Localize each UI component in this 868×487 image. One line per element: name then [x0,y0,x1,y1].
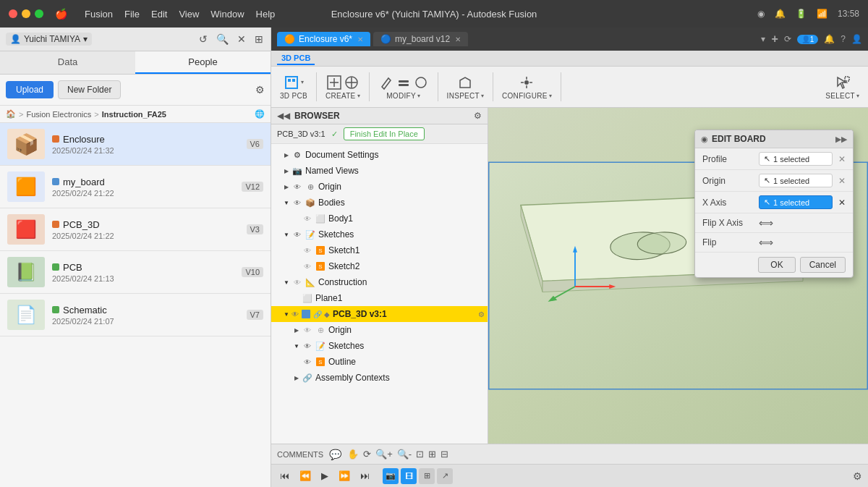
menu-window[interactable]: Window [210,9,244,20]
anim-icon-film[interactable]: 🎞 [401,468,417,484]
anim-next-button[interactable]: ⏩ [336,469,353,483]
maximize-button[interactable] [35,9,43,18]
comments-add-icon[interactable]: 💬 [329,449,341,460]
anim-settings-icon[interactable]: ⚙ [853,470,862,482]
eye-icon[interactable]: 👁 [302,213,313,224]
tab-close-icon[interactable]: ✕ [357,35,363,43]
3dpcb-dropdown-icon[interactable]: ▾ [301,79,304,85]
toolbar-tab-3dpcb[interactable]: 3D PCB [277,52,315,65]
anim-prev-button[interactable]: ⏪ [297,469,314,483]
menu-view[interactable]: View [179,9,199,20]
siri-icon[interactable]: ◉ [757,9,765,19]
tree-item-origin[interactable]: ▶ 👁 ⊕ Origin [271,179,488,195]
breadcrumb-parent[interactable]: Fusion Electronics [26,110,91,119]
grid-view-button[interactable]: ⊞ [253,32,265,46]
tree-item-sketches2[interactable]: ▼ 👁 📝 Sketches [271,338,488,354]
configure-dropdown-icon[interactable]: ▾ [549,93,552,99]
menu-fusion[interactable]: Fusion [85,9,113,20]
anim-icon-arrow[interactable]: ↗ [437,468,453,484]
ok-button[interactable]: OK [758,257,795,273]
cancel-button[interactable]: Cancel [800,257,846,273]
toolbar-3dpcb-button[interactable]: ▾ 3D PCB [276,72,312,103]
tree-item-outline[interactable]: 👁 S Outline [271,354,488,370]
anim-icon-grid[interactable]: ⊞ [419,468,435,484]
tree-item-document-settings[interactable]: ▶ ⚙ Document Settings [271,147,488,163]
browser-settings-icon[interactable]: ⚙ [474,111,482,121]
expand-icon[interactable]: ▶▶ [835,135,847,144]
zoom-out-icon[interactable]: 🔍- [397,449,412,460]
eye-icon[interactable]: 👁 [302,340,313,352]
user-badge[interactable]: 👤 Yuichi TAMIYA ▾ [6,33,92,46]
tree-item-origin2[interactable]: ▶ 👁 ⊕ Origin [271,322,488,338]
pan-icon[interactable]: ✋ [347,449,359,460]
toolbar-inspect-group[interactable]: INSPECT ▾ [443,72,488,103]
anim-last-button[interactable]: ⏭ [357,469,373,483]
tree-item-named-views[interactable]: ▶ 📷 Named Views [271,163,488,179]
tab-close-icon[interactable]: ✕ [455,35,461,43]
eye-icon[interactable]: 👁 [302,261,313,272]
list-item[interactable]: 📄 Schematic 2025/02/24 21:07 V7 [0,294,271,336]
menu-edit[interactable]: Edit [151,9,167,20]
help-icon[interactable]: ? [841,34,846,44]
tree-item-construction[interactable]: ▼ 👁 📐 Construction [271,274,488,290]
eye-icon[interactable]: 👁 [302,245,313,256]
tree-item-pcb3d[interactable]: ▼ 👁 🔗 ◆ PCB_3D v3:1 ⚙ [271,306,488,322]
anim-icon-camera[interactable]: 📷 [383,468,399,484]
viewport[interactable]: TOP FRONT ◉ EDIT BOARD ▶▶ Profile [488,108,868,444]
tree-item-plane1[interactable]: ⬜ Plane1 [271,290,488,306]
close-button[interactable] [9,9,17,18]
search-button[interactable]: 🔍 [215,32,230,46]
modify-dropdown-icon[interactable]: ▾ [417,93,420,99]
sync-icon[interactable]: ⟳ [784,34,791,44]
flip-xaxis-icon[interactable]: ⟺ [759,217,773,229]
tree-item-bodies[interactable]: ▼ 👁 📦 Bodies [271,195,488,211]
zoom-in-icon[interactable]: 🔍+ [375,449,393,460]
close-button[interactable]: ✕ [236,32,247,46]
flip-icon[interactable]: ⟺ [759,237,773,248]
anim-play-button[interactable]: ▶ [318,469,331,483]
toolbar-create-group[interactable]: CREATE ▾ [321,72,365,103]
tree-item-sketches[interactable]: ▼ 👁 📝 Sketches [271,226,488,242]
tab-enclosure[interactable]: 🟠 Enclosure v6* ✕ [277,32,370,46]
breadcrumb-home-icon[interactable]: 🏠 [6,109,16,119]
pcb3d-settings-icon[interactable]: ⚙ [478,310,485,318]
tab-myboard[interactable]: 🔵 my_board v12 ✕ [373,32,468,46]
tab-dropdown-icon[interactable]: ▾ [761,34,765,44]
upload-button[interactable]: Upload [6,81,54,98]
grid-display-icon[interactable]: ⊞ [428,449,436,460]
toolbar-select-group[interactable]: SELECT ▾ [821,72,864,103]
bell-icon[interactable]: 🔔 [824,34,835,44]
tree-item-body1[interactable]: 👁 ⬜ Body1 [271,211,488,226]
list-item[interactable]: 📗 PCB 2025/02/24 21:13 V10 [0,251,271,294]
eye-icon[interactable]: 👁 [292,197,303,208]
toolbar-configure-group[interactable]: CONFIGURE ▾ [498,72,556,103]
minimize-button[interactable] [22,9,30,18]
settings-gear-icon[interactable]: ⚙ [255,84,265,96]
tree-item-sketch1[interactable]: 👁 S Sketch1 [271,242,488,258]
collapse-left-icon[interactable]: ◀◀ [277,111,290,121]
menu-help[interactable]: Help [256,9,276,20]
tab-people[interactable]: People [135,51,271,74]
orbit-icon[interactable]: ⟳ [363,449,371,460]
view-options-icon[interactable]: ⊟ [441,449,448,460]
anim-first-button[interactable]: ⏮ [277,469,292,483]
fit-view-icon[interactable]: ⊡ [416,449,424,460]
toolbar-modify-group[interactable]: MODIFY ▾ [374,72,433,103]
eye-icon[interactable]: 👁 [292,310,299,318]
eye-icon[interactable]: 👁 [292,181,303,192]
new-folder-button[interactable]: New Folder [58,80,121,99]
finish-edit-button[interactable]: Finish Edit In Place [344,127,425,140]
profile-clear-button[interactable]: ✕ [838,154,846,164]
origin-clear-button[interactable]: ✕ [838,176,846,186]
list-item[interactable]: 📦 Enclosure 2025/02/24 21:32 V6 [0,123,271,166]
eye-icon[interactable]: 👁 [292,276,303,288]
notification-icon[interactable]: 🔔 [775,9,786,19]
refresh-button[interactable]: ↺ [197,32,209,46]
list-item[interactable]: 🟥 PCB_3D 2025/02/24 21:22 V3 [0,208,271,251]
add-tab-icon[interactable]: + [771,33,778,46]
account-icon[interactable]: 👤 [851,34,862,44]
tab-data[interactable]: Data [0,51,135,74]
menu-file[interactable]: File [124,9,140,20]
eye-icon[interactable]: 👁 [292,229,303,240]
list-item[interactable]: 🟧 my_board 2025/02/24 21:22 V12 [0,166,271,208]
